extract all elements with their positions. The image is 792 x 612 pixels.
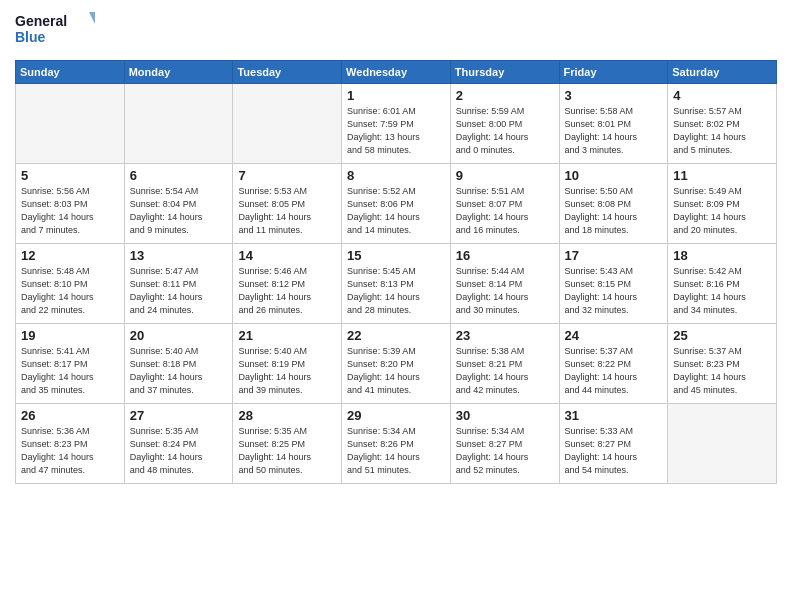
day-number: 3 <box>565 88 663 103</box>
day-number: 9 <box>456 168 554 183</box>
day-info: Sunrise: 5:40 AMSunset: 8:18 PMDaylight:… <box>130 345 228 397</box>
day-number: 30 <box>456 408 554 423</box>
logo: General Blue <box>15 10 95 52</box>
day-number: 14 <box>238 248 336 263</box>
day-number: 6 <box>130 168 228 183</box>
day-number: 4 <box>673 88 771 103</box>
calendar-week-row-1: 1Sunrise: 6:01 AMSunset: 7:59 PMDaylight… <box>16 84 777 164</box>
calendar-cell: 9Sunrise: 5:51 AMSunset: 8:07 PMDaylight… <box>450 164 559 244</box>
calendar-cell: 26Sunrise: 5:36 AMSunset: 8:23 PMDayligh… <box>16 404 125 484</box>
weekday-header-friday: Friday <box>559 61 668 84</box>
day-info: Sunrise: 5:36 AMSunset: 8:23 PMDaylight:… <box>21 425 119 477</box>
calendar-cell: 7Sunrise: 5:53 AMSunset: 8:05 PMDaylight… <box>233 164 342 244</box>
day-info: Sunrise: 5:46 AMSunset: 8:12 PMDaylight:… <box>238 265 336 317</box>
calendar-table: SundayMondayTuesdayWednesdayThursdayFrid… <box>15 60 777 484</box>
calendar-cell: 24Sunrise: 5:37 AMSunset: 8:22 PMDayligh… <box>559 324 668 404</box>
calendar-cell: 15Sunrise: 5:45 AMSunset: 8:13 PMDayligh… <box>342 244 451 324</box>
calendar-cell: 29Sunrise: 5:34 AMSunset: 8:26 PMDayligh… <box>342 404 451 484</box>
calendar-cell: 31Sunrise: 5:33 AMSunset: 8:27 PMDayligh… <box>559 404 668 484</box>
page: General Blue SundayMondayTuesdayWednesda… <box>0 0 792 612</box>
day-number: 28 <box>238 408 336 423</box>
day-info: Sunrise: 5:53 AMSunset: 8:05 PMDaylight:… <box>238 185 336 237</box>
day-info: Sunrise: 5:49 AMSunset: 8:09 PMDaylight:… <box>673 185 771 237</box>
day-number: 23 <box>456 328 554 343</box>
day-info: Sunrise: 5:35 AMSunset: 8:25 PMDaylight:… <box>238 425 336 477</box>
day-number: 27 <box>130 408 228 423</box>
calendar-cell: 16Sunrise: 5:44 AMSunset: 8:14 PMDayligh… <box>450 244 559 324</box>
calendar-cell: 13Sunrise: 5:47 AMSunset: 8:11 PMDayligh… <box>124 244 233 324</box>
day-info: Sunrise: 5:38 AMSunset: 8:21 PMDaylight:… <box>456 345 554 397</box>
calendar-cell: 20Sunrise: 5:40 AMSunset: 8:18 PMDayligh… <box>124 324 233 404</box>
day-info: Sunrise: 5:37 AMSunset: 8:22 PMDaylight:… <box>565 345 663 397</box>
calendar-cell: 27Sunrise: 5:35 AMSunset: 8:24 PMDayligh… <box>124 404 233 484</box>
weekday-header-wednesday: Wednesday <box>342 61 451 84</box>
svg-text:Blue: Blue <box>15 29 46 45</box>
calendar-cell: 5Sunrise: 5:56 AMSunset: 8:03 PMDaylight… <box>16 164 125 244</box>
calendar-cell: 25Sunrise: 5:37 AMSunset: 8:23 PMDayligh… <box>668 324 777 404</box>
calendar-cell: 21Sunrise: 5:40 AMSunset: 8:19 PMDayligh… <box>233 324 342 404</box>
svg-marker-3 <box>89 12 95 24</box>
day-info: Sunrise: 5:41 AMSunset: 8:17 PMDaylight:… <box>21 345 119 397</box>
day-info: Sunrise: 5:43 AMSunset: 8:15 PMDaylight:… <box>565 265 663 317</box>
calendar-cell: 28Sunrise: 5:35 AMSunset: 8:25 PMDayligh… <box>233 404 342 484</box>
day-info: Sunrise: 5:35 AMSunset: 8:24 PMDaylight:… <box>130 425 228 477</box>
day-info: Sunrise: 5:34 AMSunset: 8:27 PMDaylight:… <box>456 425 554 477</box>
day-number: 11 <box>673 168 771 183</box>
day-info: Sunrise: 5:42 AMSunset: 8:16 PMDaylight:… <box>673 265 771 317</box>
calendar-cell: 23Sunrise: 5:38 AMSunset: 8:21 PMDayligh… <box>450 324 559 404</box>
day-info: Sunrise: 5:50 AMSunset: 8:08 PMDaylight:… <box>565 185 663 237</box>
day-info: Sunrise: 5:45 AMSunset: 8:13 PMDaylight:… <box>347 265 445 317</box>
calendar-cell: 12Sunrise: 5:48 AMSunset: 8:10 PMDayligh… <box>16 244 125 324</box>
day-info: Sunrise: 5:54 AMSunset: 8:04 PMDaylight:… <box>130 185 228 237</box>
logo-svg: General Blue <box>15 10 95 52</box>
calendar-cell: 4Sunrise: 5:57 AMSunset: 8:02 PMDaylight… <box>668 84 777 164</box>
weekday-header-row: SundayMondayTuesdayWednesdayThursdayFrid… <box>16 61 777 84</box>
day-info: Sunrise: 5:58 AMSunset: 8:01 PMDaylight:… <box>565 105 663 157</box>
calendar-cell: 14Sunrise: 5:46 AMSunset: 8:12 PMDayligh… <box>233 244 342 324</box>
calendar-week-row-2: 5Sunrise: 5:56 AMSunset: 8:03 PMDaylight… <box>16 164 777 244</box>
day-number: 18 <box>673 248 771 263</box>
calendar-week-row-5: 26Sunrise: 5:36 AMSunset: 8:23 PMDayligh… <box>16 404 777 484</box>
day-number: 31 <box>565 408 663 423</box>
day-info: Sunrise: 5:39 AMSunset: 8:20 PMDaylight:… <box>347 345 445 397</box>
calendar-cell: 11Sunrise: 5:49 AMSunset: 8:09 PMDayligh… <box>668 164 777 244</box>
day-info: Sunrise: 5:40 AMSunset: 8:19 PMDaylight:… <box>238 345 336 397</box>
day-number: 19 <box>21 328 119 343</box>
weekday-header-thursday: Thursday <box>450 61 559 84</box>
calendar-cell: 10Sunrise: 5:50 AMSunset: 8:08 PMDayligh… <box>559 164 668 244</box>
day-number: 25 <box>673 328 771 343</box>
calendar-cell: 6Sunrise: 5:54 AMSunset: 8:04 PMDaylight… <box>124 164 233 244</box>
day-number: 20 <box>130 328 228 343</box>
day-number: 1 <box>347 88 445 103</box>
day-number: 8 <box>347 168 445 183</box>
day-info: Sunrise: 5:59 AMSunset: 8:00 PMDaylight:… <box>456 105 554 157</box>
calendar-cell <box>16 84 125 164</box>
day-number: 24 <box>565 328 663 343</box>
calendar-cell: 17Sunrise: 5:43 AMSunset: 8:15 PMDayligh… <box>559 244 668 324</box>
day-number: 5 <box>21 168 119 183</box>
day-number: 29 <box>347 408 445 423</box>
day-number: 10 <box>565 168 663 183</box>
calendar-cell: 19Sunrise: 5:41 AMSunset: 8:17 PMDayligh… <box>16 324 125 404</box>
weekday-header-sunday: Sunday <box>16 61 125 84</box>
calendar-cell: 8Sunrise: 5:52 AMSunset: 8:06 PMDaylight… <box>342 164 451 244</box>
day-number: 21 <box>238 328 336 343</box>
day-info: Sunrise: 5:52 AMSunset: 8:06 PMDaylight:… <box>347 185 445 237</box>
calendar-cell: 22Sunrise: 5:39 AMSunset: 8:20 PMDayligh… <box>342 324 451 404</box>
weekday-header-monday: Monday <box>124 61 233 84</box>
calendar-cell: 1Sunrise: 6:01 AMSunset: 7:59 PMDaylight… <box>342 84 451 164</box>
day-number: 16 <box>456 248 554 263</box>
day-number: 15 <box>347 248 445 263</box>
calendar-cell: 18Sunrise: 5:42 AMSunset: 8:16 PMDayligh… <box>668 244 777 324</box>
day-info: Sunrise: 5:57 AMSunset: 8:02 PMDaylight:… <box>673 105 771 157</box>
day-info: Sunrise: 5:56 AMSunset: 8:03 PMDaylight:… <box>21 185 119 237</box>
calendar-cell <box>668 404 777 484</box>
calendar-cell: 2Sunrise: 5:59 AMSunset: 8:00 PMDaylight… <box>450 84 559 164</box>
day-info: Sunrise: 5:33 AMSunset: 8:27 PMDaylight:… <box>565 425 663 477</box>
calendar-cell: 30Sunrise: 5:34 AMSunset: 8:27 PMDayligh… <box>450 404 559 484</box>
calendar-cell: 3Sunrise: 5:58 AMSunset: 8:01 PMDaylight… <box>559 84 668 164</box>
day-number: 13 <box>130 248 228 263</box>
day-info: Sunrise: 6:01 AMSunset: 7:59 PMDaylight:… <box>347 105 445 157</box>
day-info: Sunrise: 5:44 AMSunset: 8:14 PMDaylight:… <box>456 265 554 317</box>
day-number: 2 <box>456 88 554 103</box>
